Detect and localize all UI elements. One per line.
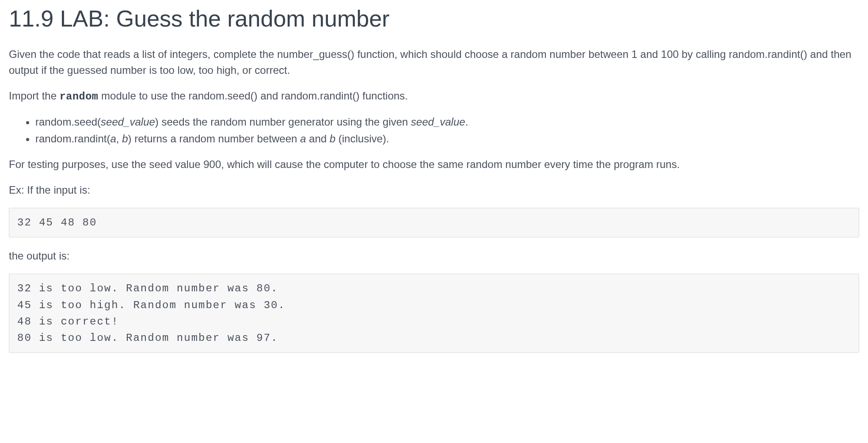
page-title: 11.9 LAB: Guess the random number [9,4,859,33]
import-paragraph: Import the random module to use the rand… [9,88,859,104]
code-block-output: 32 is too low. Random number was 80. 45 … [9,274,859,353]
intro-paragraph: Given the code that reads a list of inte… [9,46,859,78]
randint-arg-a: a [110,133,116,145]
seed-suffix: . [465,116,468,128]
code-block-input: 32 45 48 80 [9,208,859,237]
inline-code-random: random [60,91,99,103]
import-suffix: module to use the random.seed() and rand… [98,90,407,102]
randint-arg-a2: a [300,133,306,145]
randint-arg-b: b [122,133,128,145]
example-input-label: Ex: If the input is: [9,182,859,198]
randint-suffix: (inclusive). [335,133,389,145]
import-prefix: Import the [9,90,60,102]
seed-arg: seed_value [101,116,155,128]
list-item: random.seed(seed_value) seeds the random… [35,114,859,130]
seed-mid: ) seeds the random number generator usin… [155,116,411,128]
randint-mid: ) returns a random number between [128,133,300,145]
seed-arg2: seed_value [411,116,465,128]
example-output-label: the output is: [9,248,859,264]
randint-prefix: random.randint( [35,133,110,145]
randint-arg-b2: b [330,133,335,145]
testing-paragraph: For testing purposes, use the seed value… [9,157,859,172]
randint-and: and [306,133,329,145]
seed-prefix: random.seed( [35,116,101,128]
list-item: random.randint(a, b) returns a random nu… [35,131,859,147]
function-list: random.seed(seed_value) seeds the random… [9,114,859,147]
randint-comma: , [116,133,122,145]
